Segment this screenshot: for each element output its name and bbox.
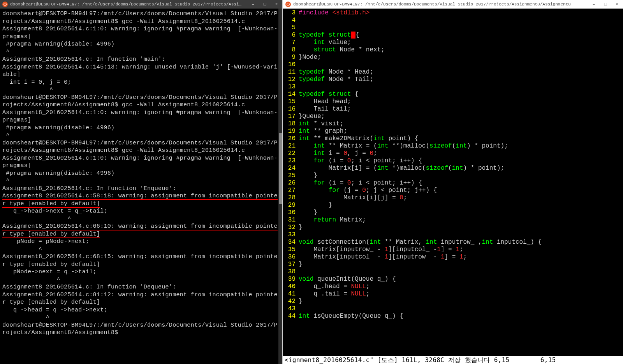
- code-line: int ** Matrix = (int **)malloc(sizeof(in…: [299, 142, 623, 150]
- line-number: 30: [283, 209, 296, 216]
- maximize-button[interactable]: □: [600, 0, 611, 9]
- line-number: 11: [283, 69, 296, 76]
- code-line: }: [299, 298, 623, 305]
- line-number: 39: [283, 276, 296, 283]
- code-line: Head head;: [299, 98, 623, 106]
- close-button[interactable]: ×: [611, 0, 623, 9]
- line-number: 19: [283, 128, 296, 135]
- code-line: [299, 268, 623, 276]
- line-number: 40: [283, 283, 296, 290]
- terminal-line: Assignment8_2016025614.c:81:12: warning:…: [2, 291, 280, 306]
- terminal-line: Assignment8_2016025614.c: In function 'm…: [2, 56, 280, 63]
- line-number: 16: [283, 106, 296, 113]
- line-number: 12: [283, 76, 296, 83]
- code-line: [299, 83, 623, 91]
- line-number: 10: [283, 61, 296, 69]
- line-number: 43: [283, 305, 296, 313]
- terminal-line: Assignment8_2016025614.c: In function 'E…: [2, 185, 280, 193]
- terminal-line: doomsheart@DESKTOP-BM94L97:/mnt/c/Users/…: [2, 10, 280, 25]
- code-line: }: [299, 261, 623, 268]
- code-line: }: [299, 209, 623, 216]
- terminal-line: pNode = pNode->next;: [2, 238, 280, 246]
- scrollbar-thumb[interactable]: [279, 133, 282, 204]
- line-number: 24: [283, 165, 296, 172]
- code-line: }: [299, 172, 623, 179]
- terminal-titlebar[interactable]: doomsheart@DESKTOP-BM94L97: /mnt/c/Users…: [0, 0, 282, 9]
- line-number: 23: [283, 157, 296, 165]
- line-number: 5: [283, 24, 296, 32]
- scrollbar[interactable]: [278, 9, 282, 364]
- terminal-line: Assignment8_2016025614.c:1:0: warning: i…: [2, 155, 280, 170]
- terminal-line: Assignment8_2016025614.c: In function 'D…: [2, 283, 280, 291]
- code-line: int ** graph;: [299, 128, 623, 135]
- terminal-line: ^: [2, 314, 280, 322]
- line-number: 37: [283, 261, 296, 268]
- editor-title: doomsheart@DESKTOP-BM94L97: /mnt/c/Users…: [293, 2, 584, 7]
- terminal-line: Assignment8_2016025614.c:58:18: warning:…: [2, 192, 280, 207]
- terminal-line: ^: [2, 177, 280, 185]
- line-number: 6: [283, 32, 296, 39]
- code-line: }: [299, 202, 623, 209]
- terminal-line: Assignment8_2016025614.c:145:13: warning…: [2, 63, 280, 79]
- code-line: Tail tail;: [299, 106, 623, 113]
- close-button[interactable]: ×: [271, 0, 282, 9]
- line-number: 20: [283, 135, 296, 142]
- line-number-gutter: 3456789101112131415161718192021222324252…: [283, 9, 299, 356]
- terminal-line: Assignment8_2016025614.c:1:0: warning: i…: [2, 25, 280, 40]
- maximize-button[interactable]: □: [259, 0, 271, 9]
- editor-titlebar[interactable]: doomsheart@DESKTOP-BM94L97: /mnt/c/Users…: [283, 0, 623, 9]
- terminal-line: Assignment8_2016025614.c:66:10: warning:…: [2, 223, 280, 238]
- line-number: 8: [283, 46, 296, 54]
- code-line: typedef struct {: [299, 91, 623, 98]
- code-line: void queueInit(Queue q_) {: [299, 276, 623, 283]
- code-line: return Matrix;: [299, 216, 623, 224]
- code-line: q_.head = NULL;: [299, 283, 623, 290]
- code-line: typedef struct {: [299, 32, 623, 39]
- minimize-button[interactable]: –: [247, 0, 259, 9]
- terminal-line: int i = 0, j = 0;: [2, 79, 280, 86]
- terminal-output[interactable]: doomsheart@DESKTOP-BM94L97:/mnt/c/Users/…: [0, 9, 282, 364]
- terminal-line: ^: [2, 86, 280, 94]
- terminal-line: ^: [2, 215, 280, 223]
- code-line: Matrix[inputrow_ - 1][inputcol_ -1] = 1;: [299, 246, 623, 253]
- terminal-line: #pragma warning(disable: 4996): [2, 124, 280, 132]
- line-number: 26: [283, 179, 296, 187]
- terminal-line: doomsheart@DESKTOP-BM94L97:/mnt/c/Users/…: [2, 94, 280, 109]
- code-line: [299, 61, 623, 69]
- code-line: for (i = 0; i < point; i++) {: [299, 157, 623, 165]
- ubuntu-icon: [2, 2, 8, 7]
- code-line: int ** make2DMatrix(int point) {: [299, 135, 623, 142]
- terminal-line: doomsheart@DESKTOP-BM94L97:/mnt/c/Users/…: [2, 322, 280, 337]
- window-controls-left: – □ ×: [247, 0, 282, 9]
- code-line: q_.tail = NULL;: [299, 290, 623, 298]
- code-line: }Queue;: [299, 113, 623, 120]
- line-number: 35: [283, 246, 296, 253]
- line-number: 32: [283, 224, 296, 231]
- code-line: [299, 17, 623, 24]
- code-line: typedef Node * Tail;: [299, 76, 623, 83]
- line-number: 36: [283, 253, 296, 261]
- code-line: int * visit;: [299, 120, 623, 128]
- vim-statusbar: <ignment8_2016025614.c" [도스] 161L, 3268C…: [283, 356, 623, 364]
- terminal-line: q_->head = q_->head->next;: [2, 306, 280, 314]
- line-number: 28: [283, 194, 296, 202]
- line-number: 7: [283, 39, 296, 46]
- terminal-line: ^: [2, 132, 280, 139]
- line-number: 3: [283, 9, 296, 17]
- line-number: 31: [283, 216, 296, 224]
- editor-window: doomsheart@DESKTOP-BM94L97: /mnt/c/Users…: [282, 0, 623, 364]
- terminal-line: ^: [2, 48, 280, 56]
- line-number: 17: [283, 113, 296, 120]
- line-number: 38: [283, 268, 296, 276]
- terminal-line: Assignment8_2016025614.c:68:15: warning:…: [2, 253, 280, 268]
- line-number: 25: [283, 172, 296, 179]
- line-number: 29: [283, 202, 296, 209]
- code-line: for (j = 0; j < point; j++) {: [299, 187, 623, 194]
- code-area[interactable]: #include <stdlib.h>typedef struct { int …: [299, 9, 623, 356]
- line-number: 42: [283, 298, 296, 305]
- terminal-line: Assignment8_2016025614.c:1:0: warning: i…: [2, 109, 280, 124]
- line-number: 4: [283, 17, 296, 24]
- minimize-button[interactable]: –: [588, 0, 600, 9]
- code-editor[interactable]: 3456789101112131415161718192021222324252…: [283, 9, 623, 364]
- code-line: }Node;: [299, 54, 623, 61]
